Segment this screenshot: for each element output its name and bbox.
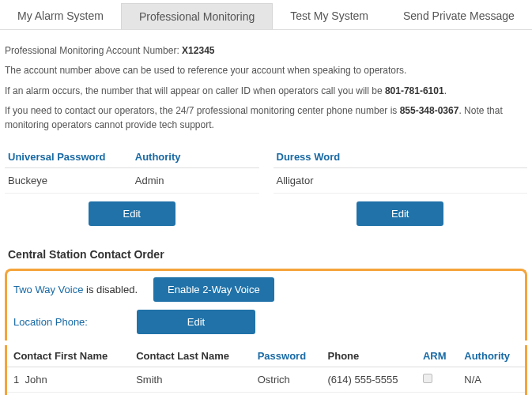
cell-idx-first: 2 Mary: [7, 392, 130, 395]
cell-phone: (513) 444-4444: [322, 392, 417, 395]
voice-location-box: Two Way Voice is disabled. Enable 2-Way …: [5, 269, 527, 340]
enable-two-way-voice-button[interactable]: Enable 2-Way Voice: [153, 277, 274, 302]
edit-duress-button[interactable]: Edit: [357, 201, 443, 226]
cell-password: Shoebox: [251, 392, 322, 395]
account-number-line: Professional Monitoring Account Number: …: [5, 44, 527, 58]
blurb-center-phone-pre: If you need to contact our operators, th…: [5, 105, 400, 116]
blurb-callerid-number: 801-781-6101: [385, 85, 444, 96]
two-way-voice-state: is disabled.: [83, 284, 138, 295]
cell-arm: [417, 367, 458, 392]
blurb-reference: The account number above can be used to …: [5, 64, 527, 77]
card-password-authority: Universal Password Authority Buckeye Adm…: [5, 146, 259, 226]
card-duress: Duress Word Alligator Edit: [274, 146, 528, 226]
col-arm: ARM: [417, 345, 458, 367]
header-duress-word: Duress Word: [274, 146, 528, 167]
cell-arm: [417, 392, 458, 395]
contacts-table: Contact First Name Contact Last Name Pas…: [7, 345, 525, 395]
col-password: Password: [251, 345, 322, 367]
tab-test-my-system[interactable]: Test My System: [273, 3, 386, 29]
header-universal-password: Universal Password: [5, 146, 132, 167]
col-phone: Phone: [322, 345, 417, 367]
col-contact-first-name: Contact First Name: [7, 345, 130, 367]
cell-phone: (614) 555-5555: [322, 367, 417, 392]
location-phone-label[interactable]: Location Phone:: [13, 316, 121, 328]
tabs: My Alarm System Professional Monitoring …: [0, 0, 532, 30]
contacts-box: Contact First Name Contact Last Name Pas…: [5, 345, 527, 395]
blurb-callerid: If an alarm occurs, the number that will…: [5, 85, 527, 98]
col-authority: Authority: [458, 345, 525, 367]
cell-authority: N/A: [458, 392, 525, 395]
value-authority: Admin: [132, 168, 259, 193]
blurb-callerid-post: .: [444, 85, 447, 96]
edit-location-phone-button[interactable]: Edit: [137, 310, 255, 334]
account-number-prefix: Professional Monitoring Account Number:: [5, 45, 182, 56]
col-contact-last-name: Contact Last Name: [130, 345, 251, 367]
blurb-callerid-pre: If an alarm occurs, the number that will…: [5, 85, 385, 96]
tab-professional-monitoring[interactable]: Professional Monitoring: [121, 3, 273, 29]
two-way-voice-link[interactable]: Two Way Voice: [13, 284, 83, 295]
cell-password: Ostrich: [251, 367, 322, 392]
cell-idx-first: 1 John: [7, 367, 130, 392]
arm-checkbox[interactable]: [423, 374, 432, 383]
tab-my-alarm-system[interactable]: My Alarm System: [0, 3, 121, 29]
page-content: Professional Monitoring Account Number: …: [0, 30, 532, 395]
section-title-contact-order: Central Station Contact Order: [8, 248, 524, 261]
header-authority: Authority: [132, 146, 259, 167]
row-index: 1: [13, 374, 19, 386]
table-row: 2 Mary Smith Shoebox (513) 444-4444 N/A: [7, 392, 525, 395]
row-first-name: John: [25, 374, 47, 386]
blurb-center-phone-number: 855-348-0367: [400, 105, 459, 116]
blurb-center-phone: If you need to contact our operators, th…: [5, 104, 527, 132]
account-number-value: X12345: [182, 45, 214, 56]
info-cards: Universal Password Authority Buckeye Adm…: [5, 146, 527, 226]
edit-password-button[interactable]: Edit: [89, 201, 175, 226]
value-duress-word: Alligator: [274, 168, 528, 193]
tab-send-private-message[interactable]: Send Private Message: [386, 3, 532, 29]
cell-authority: N/A: [458, 367, 525, 392]
cell-last: Smith: [130, 367, 251, 392]
cell-last: Smith: [130, 392, 251, 395]
table-row: 1 John Smith Ostrich (614) 555-5555 N/A: [7, 367, 525, 392]
value-universal-password: Buckeye: [5, 168, 132, 193]
